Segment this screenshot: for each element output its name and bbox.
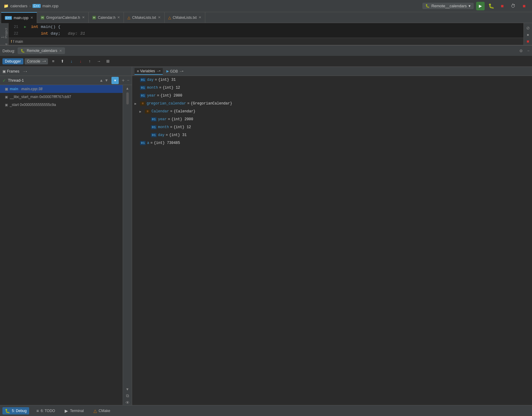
- tab-main-cpp[interactable]: C++ main.cpp ✕: [1, 12, 37, 23]
- debug-toolbar-list-icon[interactable]: ≡: [49, 57, 57, 65]
- right-sidebar-stop[interactable]: ■: [527, 39, 529, 44]
- var-val-cal-month: {int} 12: [173, 125, 191, 129]
- debug-toolbar-run-to-icon[interactable]: →: [95, 57, 103, 65]
- frames-icon: ▣: [2, 69, 6, 73]
- var-name-year: year: [147, 94, 156, 98]
- console-arrow-icon: →•: [42, 60, 46, 63]
- var-eq-cal-month: =: [170, 125, 172, 129]
- frames-list: ▣ main main.cpp:38 ▣ __libc_start_main 0…: [0, 85, 123, 405]
- status-debug[interactable]: 🐛 5: Debug: [2, 407, 29, 414]
- vars-tab-gdb[interactable]: ▶ GDB →•: [164, 68, 186, 74]
- right-sidebar-icon2[interactable]: ●: [527, 32, 529, 37]
- thread-expand-btn[interactable]: ▾: [111, 77, 119, 84]
- debug-toolbar-grid-icon[interactable]: ⊞: [104, 57, 112, 65]
- run-config-selector[interactable]: 🐛 Remote__calendars ▾: [422, 3, 474, 9]
- stop-button[interactable]: ■: [498, 2, 506, 10]
- vars-list: 01 day = {int} 31 01 month = {int} 12: [132, 76, 532, 405]
- var-item-gregorian: ▶ ≡ gregorian_calendar = {GregorianCalen…: [132, 100, 532, 107]
- vars-tab-gdb-icon: ▶: [166, 69, 169, 73]
- frames-scrollbar[interactable]: ▲ ▼ ⧉ 👁: [123, 85, 132, 405]
- var-val-month: {int} 12: [162, 86, 180, 90]
- tab-close-cmake2[interactable]: ✕: [199, 15, 201, 19]
- status-cmake[interactable]: △ CMake: [91, 407, 113, 414]
- debug-settings-icon[interactable]: ⚙: [519, 49, 523, 53]
- frames-scroll-area: ▣ main main.cpp:38 ▣ __libc_start_main 0…: [0, 85, 132, 405]
- vars-tab-arrow: →•: [156, 69, 161, 73]
- frame-item-main[interactable]: ▣ main main.cpp:38: [0, 85, 123, 93]
- file-name: main.cpp: [43, 4, 59, 8]
- var-type-a: 01: [140, 141, 146, 145]
- var-val-cal-day: {int} 31: [169, 133, 187, 137]
- copy-icon[interactable]: ⧉: [126, 393, 129, 398]
- thread-name: Thread-1: [8, 78, 24, 83]
- var-val-cal-year: {int} 2000: [171, 117, 193, 121]
- tab-gregorian-h[interactable]: H GregorianCalendar.h ✕: [37, 12, 89, 23]
- debug-content: ▣ Frames →• ✓ Thread-1 ▲ ▼ ▾ + −: [0, 67, 532, 405]
- right-sidebar-icon1[interactable]: ⊘: [526, 26, 530, 30]
- tab-close-cmake1[interactable]: ✕: [158, 15, 161, 19]
- debug-tab-close[interactable]: ✕: [59, 49, 62, 53]
- chevron-down-icon: ▾: [469, 4, 471, 8]
- vars-tab-variables[interactable]: ≡ Variables →•: [135, 68, 163, 75]
- debug-tab-remote[interactable]: 🐛 Remote_calendars ✕: [18, 47, 65, 54]
- tab-label-cmake1: CMakeLists.txt: [132, 15, 156, 20]
- status-todo-label: 6: TODO: [41, 409, 55, 413]
- debugger-btn[interactable]: Debugger: [2, 58, 23, 64]
- scroll-down-btn[interactable]: ▼: [126, 387, 129, 391]
- frame-icon-main: ▣: [5, 87, 8, 91]
- frame-icon-libc: ▣: [5, 95, 8, 99]
- folder-icon: 📁: [4, 4, 9, 8]
- vars-tab-gdb-label: GDB: [170, 69, 178, 73]
- debug-button[interactable]: 🐛: [487, 2, 496, 10]
- var-expand-gregorian[interactable]: ▶: [135, 102, 139, 106]
- debug-toolbar-stepinto-icon[interactable]: ↓: [77, 57, 84, 65]
- debug-toolbar-stepout-icon[interactable]: ↑: [86, 57, 94, 65]
- status-todo[interactable]: ≡ 6: TODO: [34, 407, 58, 414]
- tab-icon-h1: H: [41, 16, 45, 19]
- console-btn[interactable]: Console →•: [25, 58, 48, 64]
- thread-down-btn[interactable]: ▼: [104, 78, 108, 83]
- tab-close-calendar[interactable]: ✕: [117, 15, 120, 19]
- var-item-day: 01 day = {int} 31: [132, 76, 532, 84]
- search-button[interactable]: ■: [520, 2, 528, 10]
- status-cmake-label: CMake: [99, 409, 110, 413]
- tab-label: main.cpp: [14, 16, 29, 20]
- thread-minus-icon[interactable]: −: [127, 78, 129, 83]
- debug-minimize-icon[interactable]: −: [527, 49, 530, 53]
- title-bar-right: 🐛 Remote__calendars ▾ ▶ 🐛 ■ ⏱ ■: [422, 2, 528, 10]
- thread-up-btn[interactable]: ▲: [99, 78, 103, 83]
- tab-close-main[interactable]: ✕: [30, 16, 33, 20]
- tab-cmake1[interactable]: △ CMakeLists.txt ✕: [124, 12, 165, 23]
- debug-toolbar-stepover-icon[interactable]: ↓: [67, 57, 75, 65]
- sidebar-item-structure[interactable]: Z: Structure: [0, 41, 9, 45]
- tab-icon-h2: H: [92, 16, 96, 19]
- tab-calendar-h[interactable]: H Calendar.h ✕: [89, 12, 124, 23]
- profile-button[interactable]: ⏱: [509, 2, 517, 10]
- tab-close-gregorian[interactable]: ✕: [82, 15, 85, 19]
- var-expand-calendar[interactable]: ▶: [139, 110, 144, 114]
- thread-add-icon[interactable]: +: [122, 78, 124, 83]
- run-button[interactable]: ▶: [476, 2, 485, 10]
- sidebar-item-project[interactable]: 1: Project: [0, 26, 9, 41]
- var-val-day: {int} 31: [158, 78, 176, 82]
- frame-item-start[interactable]: ▣ _start 0x0000555555555c9a: [0, 101, 123, 109]
- thread-chevron-icon: ▾: [114, 78, 116, 83]
- run-config-icon: 🐛: [425, 4, 430, 8]
- scroll-up-btn[interactable]: ▲: [126, 86, 129, 90]
- frame-item-libc[interactable]: ▣ __libc_start_main 0x00007ffff767cb97: [0, 93, 123, 101]
- frame-label-start: _start 0x0000555555555c9a: [10, 103, 56, 107]
- vars-header: ≡ Variables →• ▶ GDB →•: [132, 67, 532, 76]
- debug-panel-bar: Debug: 🐛 Remote_calendars ✕ ⚙ −: [0, 45, 532, 56]
- scroll-thumb[interactable]: [126, 92, 129, 104]
- tab-cmake2[interactable]: △ CMakeLists.txt ✕: [165, 12, 205, 23]
- debug-tab-label: Remote_calendars: [27, 49, 57, 53]
- var-type-year: 01: [140, 94, 146, 98]
- frame-label-main: main: [10, 87, 18, 91]
- eye-icon[interactable]: 👁: [125, 400, 130, 405]
- tab-label-calendar: Calendar.h: [98, 15, 115, 20]
- frames-pin-btn[interactable]: →•: [21, 69, 29, 74]
- status-terminal[interactable]: ▶ Terminal: [62, 407, 86, 414]
- debug-toolbar-up-icon[interactable]: ⬆: [58, 57, 66, 65]
- var-eq-cal-day: =: [166, 133, 168, 137]
- breadcrumb: 📁 calendars › C++ main.cpp: [4, 4, 58, 8]
